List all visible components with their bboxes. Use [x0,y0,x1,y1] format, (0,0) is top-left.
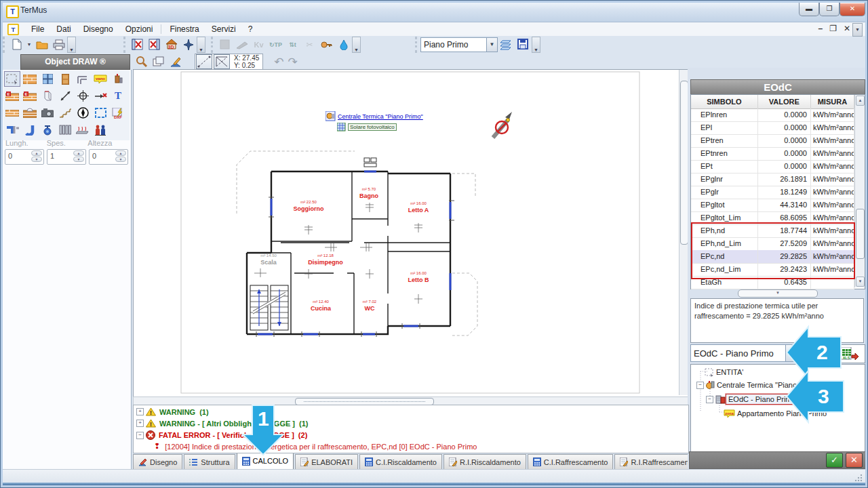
radiator-tool[interactable] [57,122,73,138]
plant-object-tool[interactable] [110,71,126,87]
altezza-field[interactable]: 0 ▲▼ [89,149,128,165]
table-row[interactable]: EPglr18.1249kWh/m²anno [691,186,854,199]
wall-probe-tool[interactable] [22,105,38,121]
lungh-stepper[interactable]: ▲▼ [31,150,42,162]
snap-mode-2-button[interactable] [214,54,230,69]
tp-tool-icon[interactable]: ↻TP [268,37,283,52]
floor-selector[interactable]: Piano Primo ▼ [420,37,498,52]
spes-field[interactable]: 1 ▲▼ [47,149,86,165]
table-vertical-scrollbar[interactable]: ▲ ▼ [854,95,865,287]
pipe-elbow-tool[interactable] [22,122,38,138]
t-transfer-tool-icon[interactable]: ⇅t [285,37,300,52]
camera-tool[interactable] [39,105,56,121]
table-row[interactable]: EPl0.0000kWh/m²anno [691,121,854,135]
new-document-button[interactable] [9,37,24,52]
vano-tool[interactable]: vano [92,71,108,87]
close-button[interactable]: ✕ [840,3,865,16]
pipes-tool[interactable] [4,122,20,138]
table-row-selected[interactable]: EPc,nd29.2825kWh/m²anno [691,250,854,264]
water-drop-tool-icon[interactable] [336,37,351,52]
menu-dati[interactable]: Dati [50,23,77,35]
warning-row-1[interactable]: + ! WARNING (1) [136,407,209,416]
drawing-canvas[interactable]: m² 22.50 Soggiorno m² 5.70 Bagno m² 16.0… [133,69,689,397]
tab-ci-riscaldamento[interactable]: C.I.Riscaldamento [359,454,442,469]
restore-button[interactable]: ❐ [819,3,840,16]
collapse-icon[interactable]: − [136,432,144,439]
door-tool[interactable] [57,71,73,87]
stairs-tool[interactable] [57,105,73,121]
wall-e2-tool[interactable]: E [22,88,38,104]
menu-disegno[interactable]: Disegno [77,23,119,35]
entity-selector[interactable]: EOdC - Piano Primo ▼ [690,344,797,362]
table-row[interactable]: EPtnren0.0000kWh/m²anno [691,147,854,161]
layers-icon[interactable] [498,37,514,52]
wall-e-tool[interactable]: E [4,88,20,104]
menu-help[interactable]: ? [242,23,259,35]
print-button[interactable] [51,37,66,52]
error-detail-row[interactable]: ❢ [12004] Indice di prestazione energeti… [154,442,477,451]
key-tool-icon[interactable] [319,37,334,52]
centrale-termica-link[interactable]: Centrale Termica "Piano Primo" [338,113,423,120]
snap-mode-1-button[interactable] [196,54,212,69]
table-row[interactable]: EPh,nd18.7744kWh/m²anno [691,224,854,238]
collapse-icon[interactable]: − [706,396,713,403]
menu-file[interactable]: File [25,23,50,35]
tab-disegno[interactable]: Disegno [133,454,182,469]
expand-icon[interactable]: + [136,420,144,427]
tab-calcolo[interactable]: CALCOLO [237,453,294,469]
valve-tool[interactable] [39,122,56,138]
col-simbolo[interactable]: SIMBOLO [691,95,758,108]
tree-item-centrale-termica[interactable]: − Centrale Termica "Piano Primo" [696,379,823,391]
entity-selector-dropdown-icon[interactable]: ▼ [785,345,796,361]
table-row[interactable]: EPlnren0.0000kWh/m²anno [691,108,854,122]
tab-struttura[interactable]: Struttura [184,454,235,469]
export-xls-button[interactable]: XLS [834,344,865,363]
table-row[interactable]: EPt0.0000kWh/m²anno [691,160,854,174]
menu-servizi[interactable]: Servizi [205,23,242,35]
collapse-icon[interactable]: − [696,382,704,389]
lungh-field[interactable]: 0 ▲▼ [5,149,44,165]
text-tool[interactable]: T [110,88,126,104]
tab-ri-riscaldamento[interactable]: R.I.Riscaldamento [443,454,526,469]
selection-frame-tool[interactable] [92,105,108,121]
table-row[interactable]: EPtren0.0000kWh/m²anno [691,134,854,148]
tree-item-entita[interactable]: ENTITA' [705,366,745,378]
altezza-stepper[interactable]: ▲▼ [115,150,126,162]
tree-item-eodc[interactable]: − EOdC - Piano Primo [706,393,799,405]
table-row[interactable]: EPgltot44.3140kWh/m²anno [691,199,854,212]
floor-group-overflow[interactable]: ▼ [532,37,540,53]
menubar-overflow-button[interactable]: ▼ [852,23,863,37]
mdi-minimize-icon[interactable]: – [818,24,823,33]
redo-icon[interactable]: ↷ [288,55,298,69]
tab-elaborati[interactable]: ELABORATI [295,454,358,469]
scroll-up-icon[interactable]: ▲ [856,96,865,106]
copy-format-icon[interactable] [151,54,166,69]
save-floor-icon[interactable] [515,37,531,52]
delete-measure-tool[interactable] [92,88,108,104]
scroll-down-icon[interactable]: ▼ [856,277,865,287]
window-close-all-icon[interactable] [130,37,145,52]
file-group-overflow[interactable]: ▼ [67,37,76,53]
view-group-overflow[interactable]: ▼ [197,37,205,53]
menu-finestra[interactable]: Finestra [163,23,205,35]
minimize-button[interactable]: ▬ [799,3,819,16]
tab-ci-raffrescamento[interactable]: C.I.Raffrescamento [528,454,614,469]
measure-tool[interactable] [57,88,73,104]
tools-group-overflow[interactable]: ▼ [352,37,361,53]
resize-grip[interactable] [854,473,862,481]
expand-icon[interactable]: + [136,408,144,415]
wall-corner-tool[interactable] [75,71,91,87]
app-menu-icon[interactable]: T [7,23,19,35]
confirm-button[interactable]: ✓ [826,453,843,468]
tree-item-appartamento[interactable]: zona Appartamento Piano Primo [724,407,829,420]
table-horizontal-scrollbar[interactable]: ▼ [738,289,818,298]
column-tool[interactable] [39,88,56,104]
menu-opzioni[interactable]: Opzioni [119,23,159,35]
col-valore[interactable]: VALORE [758,95,811,108]
select-tool[interactable] [4,71,20,87]
floor-selector-dropdown-icon[interactable]: ▼ [486,38,497,52]
mdi-close-icon[interactable]: ✕ [844,24,850,33]
table-row[interactable]: EPgltot_Lim68.6095kWh/m²anno [691,211,854,225]
table-row[interactable]: EPglnr26.1891kWh/m²anno [691,173,854,186]
window-close-icon[interactable] [146,37,162,52]
